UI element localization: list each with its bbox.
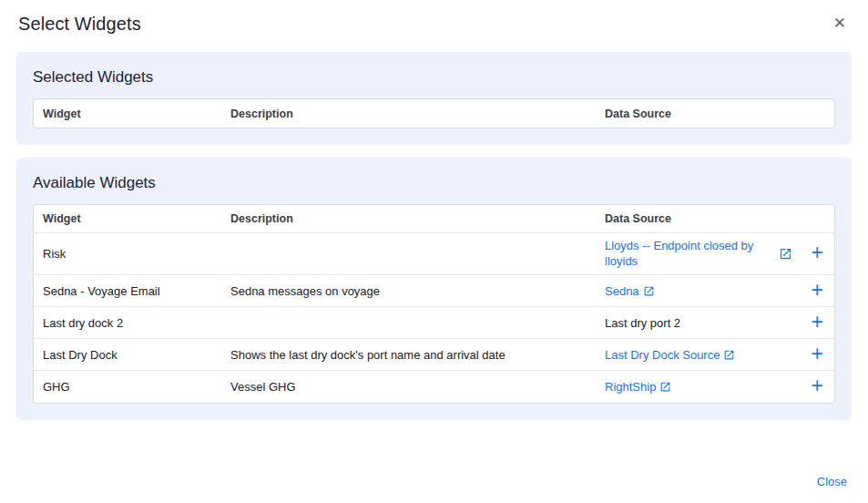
external-link-icon (659, 381, 671, 393)
widget-name: Last Dry Dock (43, 348, 230, 362)
available-widgets-table: Widget Description Data Source Risk Lloy… (33, 204, 835, 404)
widget-name: Sedna - Voyage Email (43, 284, 230, 298)
data-source-label: Last Dry Dock Source (605, 348, 720, 362)
data-source-label: Last dry port 2 (605, 316, 680, 330)
plus-icon: + (812, 310, 823, 334)
table-row: GHG Vessel GHG RightShip + (34, 371, 834, 403)
data-source-label: Sedna (605, 284, 639, 298)
close-icon: ✕ (833, 15, 846, 32)
column-header-widget: Widget (43, 108, 230, 120)
add-widget-button[interactable]: + (810, 344, 825, 366)
table-header-row: Widget Description Data Source (34, 205, 834, 233)
table-row: Risk Lloyds -- Endpoint closed by lloyid… (34, 233, 834, 275)
add-widget-button[interactable]: + (810, 280, 825, 303)
column-header-widget: Widget (43, 212, 230, 225)
table-row: Last dry dock 2 Last dry port 2 + (34, 307, 834, 339)
column-header-description: Description (230, 212, 605, 225)
column-header-data-source: Data Source (605, 108, 825, 120)
add-widget-button[interactable]: + (810, 242, 825, 265)
selected-widgets-panel: Selected Widgets Widget Description Data… (16, 52, 852, 145)
external-link-icon[interactable] (779, 247, 792, 261)
modal-header: Select Widgets ✕ (0, 0, 868, 35)
data-source-link[interactable]: Lloyds -- Endpoint closed by lloyids (605, 239, 769, 270)
widget-description: Shows the last dry dock's port name and … (230, 348, 605, 362)
data-source-link[interactable]: Sedna (605, 284, 655, 298)
external-link-icon (643, 285, 655, 297)
column-header-data-source: Data Source (605, 212, 825, 225)
widget-description: Sedna messages on voyage (230, 284, 605, 298)
page-title: Select Widgets (18, 14, 141, 35)
plus-icon: + (812, 342, 823, 365)
available-widgets-panel: Available Widgets Widget Description Dat… (16, 158, 852, 420)
selected-widgets-table: Widget Description Data Source (33, 98, 835, 128)
data-source-link[interactable]: RightShip (605, 380, 671, 394)
table-row: Last Dry Dock Shows the last dry dock's … (34, 339, 834, 371)
close-button[interactable]: ✕ (830, 14, 850, 33)
plus-icon: + (812, 278, 823, 302)
widget-description: Vessel GHG (230, 380, 605, 394)
table-header-row: Widget Description Data Source (34, 99, 834, 128)
data-source-link[interactable]: Last Dry Dock Source (605, 348, 735, 362)
column-header-description: Description (230, 108, 605, 120)
add-widget-button[interactable]: + (810, 375, 825, 398)
widget-name: Last dry dock 2 (43, 316, 230, 330)
plus-icon: + (812, 374, 823, 397)
external-link-icon (723, 349, 735, 361)
close-modal-button[interactable]: Close (817, 475, 847, 488)
table-row: Sedna - Voyage Email Sedna messages on v… (34, 275, 834, 307)
modal-footer: Close (817, 473, 847, 489)
available-widgets-title: Available Widgets (33, 174, 835, 192)
add-widget-button[interactable]: + (810, 312, 825, 334)
widget-name: GHG (43, 380, 230, 394)
data-source-label: RightShip (605, 380, 656, 394)
widget-name: Risk (43, 247, 230, 261)
plus-icon: + (812, 241, 823, 264)
selected-widgets-title: Selected Widgets (33, 68, 835, 87)
